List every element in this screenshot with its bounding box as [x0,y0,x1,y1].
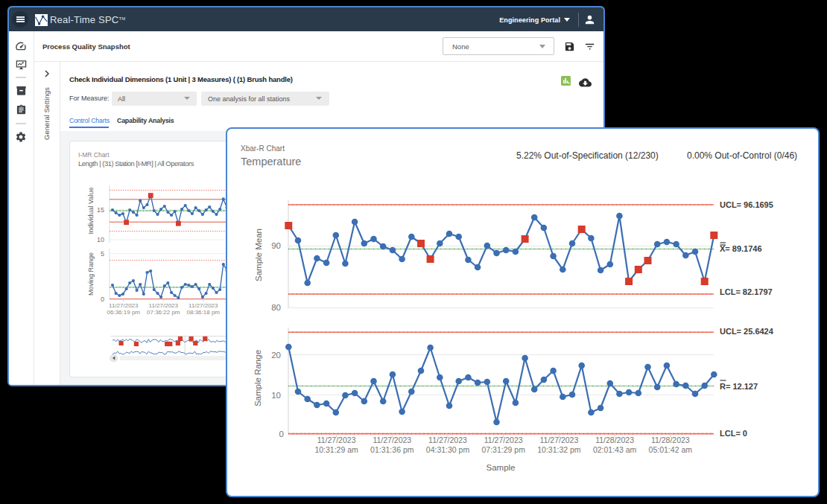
svg-text:04:31:30 pm: 04:31:30 pm [426,445,470,454]
svg-text:11/28/2023: 11/28/2023 [651,436,690,444]
svg-text:10:31:32 pm: 10:31:32 pm [537,445,581,454]
svg-text:Sample Range: Sample Range [253,350,262,406]
svg-text:01:31:36 pm: 01:31:36 pm [370,445,414,454]
svg-text:11/27/2023: 11/27/2023 [484,436,523,444]
svg-text:0: 0 [101,296,104,303]
svg-text:Individual Value: Individual Value [87,188,95,235]
svg-text:80: 80 [271,303,281,312]
svg-text:LCL= 82.1797: LCL= 82.1797 [720,287,773,296]
svg-text:11/27/2023: 11/27/2023 [540,436,579,444]
svg-text:10:31:29 am: 10:31:29 am [314,445,358,454]
svg-text:Sample: Sample [487,463,516,472]
svg-text:UCL= 25.6424: UCL= 25.6424 [720,327,774,336]
svg-text:10: 10 [97,236,104,243]
svg-text:11/27/2023: 11/27/2023 [188,302,218,309]
svg-text:LCL= 0: LCL= 0 [720,429,747,438]
svg-text:90: 90 [271,241,281,250]
svg-text:11/27/2023: 11/27/2023 [149,302,179,309]
svg-text:20: 20 [271,351,281,360]
svg-text:11/28/2023: 11/28/2023 [595,436,634,444]
svg-text:15: 15 [97,206,104,214]
svg-text:08:36:18 pm: 08:36:18 pm [187,309,221,316]
svg-text:Moving Range: Moving Range [87,252,95,296]
svg-text:11/27/2023: 11/27/2023 [109,302,139,309]
svg-text:UCL= 96.1695: UCL= 96.1695 [720,200,773,209]
svg-text:07:31:29 pm: 07:31:29 pm [482,445,526,454]
svg-text:07:36:22 pm: 07:36:22 pm [147,309,180,316]
svg-text:05:01:42 am: 05:01:42 am [649,445,693,454]
svg-text:5: 5 [101,250,104,258]
svg-text:11/27/2023: 11/27/2023 [317,436,356,444]
svg-text:X= 89.1746: X= 89.1746 [720,244,762,253]
svg-text:R= 12.127: R= 12.127 [720,382,758,391]
svg-text:11/27/2023: 11/27/2023 [428,436,467,444]
svg-text:06:36:19 pm: 06:36:19 pm [107,309,141,316]
svg-text:0: 0 [279,430,284,438]
svg-text:10: 10 [271,391,281,400]
svg-text:11/27/2023: 11/27/2023 [373,436,411,444]
svg-text:02:01:43 am: 02:01:43 am [593,445,637,454]
svg-text:Sample Mean: Sample Mean [254,229,263,281]
